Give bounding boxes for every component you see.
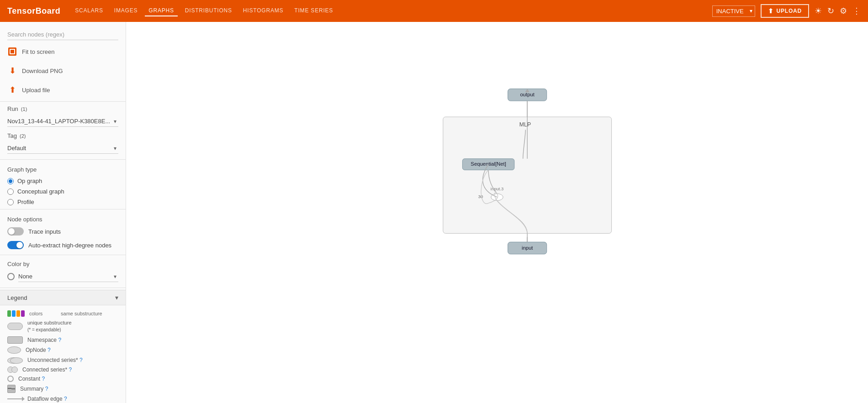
- legend-dataflow-text: Dataflow edge ?: [27, 396, 67, 402]
- upload-icon: ⬆: [768, 7, 774, 15]
- topbar: TensorBoard SCALARS IMAGES GRAPHS DISTRI…: [0, 0, 868, 22]
- upload-file-label: Upload file: [22, 87, 50, 94]
- graph-type-profile-label: Profile: [17, 199, 34, 205]
- mlp-label: MLP: [519, 121, 531, 128]
- tag-select[interactable]: Default: [7, 143, 118, 154]
- sequential-label: Sequential[Net]: [471, 161, 506, 167]
- theme-icon[interactable]: ☀: [815, 6, 822, 16]
- legend-content: colors same substructure unique substruc…: [0, 305, 126, 403]
- download-png-label: Download PNG: [22, 68, 63, 74]
- legend-colors-label-row: colors same substructure: [7, 309, 118, 318]
- legend-constant-row: Constant ?: [7, 374, 118, 383]
- nav-graphs[interactable]: GRAPHS: [145, 5, 177, 16]
- legend-chevron-icon: ▾: [115, 294, 118, 301]
- legend-opnode-text: OpNode ?: [26, 347, 51, 353]
- tag-select-row: Default: [0, 141, 126, 157]
- run-select-row: Nov13_13-44-41_LAPTOP-K380E8E...: [0, 114, 126, 131]
- graph-type-op-radio[interactable]: [7, 178, 14, 184]
- color-by-select[interactable]: None: [18, 271, 118, 282]
- legend-unique-text: unique substructure(* = expandable): [27, 319, 72, 334]
- inactive-select[interactable]: INACTIVE: [712, 5, 755, 17]
- upload-file-row[interactable]: ⬆ Upload file: [0, 80, 126, 99]
- legend-opnode-icon: [7, 346, 21, 354]
- legend-unique-row: unique substructure(* = expandable): [7, 318, 118, 335]
- run-label: Run: [7, 105, 18, 112]
- nav-histograms[interactable]: HISTOGRAMS: [239, 5, 287, 16]
- nav-images[interactable]: IMAGES: [111, 5, 141, 16]
- legend-namespace-row: Namespace ?: [7, 335, 118, 345]
- legend-connected-row: Connected series* ?: [7, 365, 118, 374]
- fit-to-screen-label: Fit to screen: [22, 48, 55, 55]
- auto-extract-toggle[interactable]: [7, 241, 24, 249]
- node-options-label: Node options: [0, 211, 126, 225]
- trace-inputs-row: Trace inputs: [0, 225, 126, 239]
- upload-file-icon: ⬆: [7, 85, 17, 95]
- trace-inputs-toggle[interactable]: [7, 227, 24, 236]
- graph-type-conceptual[interactable]: Conceptual graph: [0, 186, 126, 197]
- main-layout: Fit to screen ⬇ Download PNG ⬆ Upload fi…: [0, 22, 868, 403]
- thirty-label: 30: [478, 194, 483, 199]
- more-icon[interactable]: ⋮: [852, 6, 861, 16]
- auto-extract-row: Auto-extract high-degree nodes: [0, 239, 126, 253]
- fit-to-screen-icon: [7, 47, 17, 57]
- legend-dataflow-row: Dataflow edge ?: [7, 394, 118, 403]
- output-label: output: [520, 92, 535, 97]
- app-logo: TensorBoard: [7, 6, 60, 16]
- auto-extract-label: Auto-extract high-degree nodes: [28, 242, 111, 249]
- run-selector[interactable]: INACTIVE: [712, 5, 755, 17]
- nav-scalars[interactable]: SCALARS: [71, 5, 107, 16]
- legend-summary-row: Summary ?: [7, 383, 118, 394]
- legend-namespace-text: Namespace ?: [27, 337, 61, 343]
- legend-header[interactable]: Legend ▾: [0, 290, 126, 305]
- trace-inputs-knob: [8, 228, 15, 235]
- upload-button[interactable]: ⬆ UPLOAD: [761, 4, 809, 18]
- graph-type-op[interactable]: Op graph: [0, 176, 126, 186]
- run-select[interactable]: Nov13_13-44-41_LAPTOP-K380E8E...: [7, 116, 118, 127]
- search-section: [0, 26, 126, 42]
- auto-extract-knob: [16, 242, 23, 248]
- legend-connected-icon: [7, 366, 18, 373]
- legend-colors-text: colors same substructure: [29, 311, 102, 316]
- trace-inputs-label: Trace inputs: [28, 228, 61, 235]
- legend-unique-icon: [7, 323, 23, 330]
- settings-icon[interactable]: ⚙: [840, 6, 847, 16]
- graph-type-conceptual-label: Conceptual graph: [17, 188, 64, 195]
- legend-constant-text: Constant ?: [18, 376, 45, 382]
- legend-summary-text: Summary ?: [20, 386, 48, 392]
- graph-svg: MLP Sequential[Net] input.3 30: [126, 22, 868, 403]
- sidebar: Fit to screen ⬇ Download PNG ⬆ Upload fi…: [0, 22, 126, 403]
- search-input[interactable]: [7, 29, 118, 40]
- graph-type-conceptual-radio[interactable]: [7, 188, 14, 195]
- refresh-icon[interactable]: ↻: [827, 6, 834, 16]
- legend-label: Legend: [7, 294, 27, 301]
- legend-namespace-icon: [7, 336, 23, 344]
- tag-label: Tag: [7, 132, 17, 139]
- graph-area[interactable]: MLP Sequential[Net] input.3 30: [126, 22, 868, 403]
- run-count: (1): [21, 106, 27, 112]
- color-by-label: Color by: [0, 257, 126, 269]
- graph-type-label: Graph type: [0, 162, 126, 176]
- graph-type-profile[interactable]: Profile: [0, 197, 126, 207]
- nav-time-series[interactable]: TIME SERIES: [291, 5, 337, 16]
- graph-type-profile-radio[interactable]: [7, 199, 14, 205]
- tag-count: (2): [20, 133, 26, 139]
- color-by-circle: [7, 273, 15, 280]
- download-icon: ⬇: [7, 66, 17, 76]
- nav-distributions[interactable]: DISTRIBUTIONS: [181, 5, 236, 16]
- legend-unconnected-row: Unconnected series* ?: [7, 355, 118, 365]
- input-label: input: [522, 245, 533, 251]
- topbar-right: INACTIVE ⬆ UPLOAD ☀ ↻ ⚙ ⋮: [712, 4, 861, 18]
- legend-constant-icon: [7, 376, 14, 382]
- legend-summary-icon: [7, 385, 16, 393]
- graph-type-op-label: Op graph: [17, 178, 42, 184]
- download-png-row[interactable]: ⬇ Download PNG: [0, 61, 126, 80]
- legend-colors-icon: [7, 310, 25, 317]
- legend-dataflow-icon: [7, 398, 23, 399]
- fit-to-screen-row[interactable]: Fit to screen: [0, 42, 126, 61]
- legend-connected-text: Connected series* ?: [22, 366, 72, 373]
- legend-unconnected-icon: [7, 356, 23, 364]
- legend-unconnected-text: Unconnected series* ?: [27, 357, 83, 363]
- legend-opnode-row: OpNode ?: [7, 345, 118, 355]
- upload-label: UPLOAD: [777, 8, 802, 14]
- color-by-row: None: [0, 269, 126, 286]
